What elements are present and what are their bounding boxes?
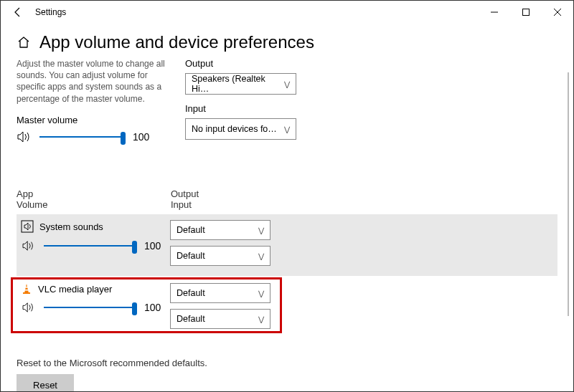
reset-description: Reset to the Microsoft recommended defau… (17, 358, 557, 368)
page-description: Adjust the master volume to change all s… (17, 58, 171, 105)
chevron-down-icon: ⋁ (258, 290, 264, 297)
master-volume-value: 100 (133, 131, 149, 143)
svg-rect-1 (523, 9, 530, 16)
app-output-dropdown[interactable]: Default ⋁ (170, 283, 270, 303)
reset-button[interactable]: Reset (17, 374, 74, 392)
app-row-system-sounds: System sounds 100 Default ⋁ (17, 214, 557, 276)
output-device-value: Speakers (Realtek Hi… (192, 74, 284, 94)
output-device-dropdown[interactable]: Speakers (Realtek Hi… ⋁ (185, 73, 296, 95)
output-label: Output (185, 58, 296, 69)
app-volume-slider[interactable] (44, 300, 137, 315)
speaker-icon[interactable] (21, 302, 37, 313)
chevron-down-icon: ⋁ (284, 125, 290, 133)
app-output-dropdown[interactable]: Default ⋁ (170, 220, 270, 240)
input-label: Input (185, 103, 296, 114)
app-input-dropdown[interactable]: Default ⋁ (170, 309, 270, 329)
svg-rect-6 (23, 292, 30, 294)
chevron-down-icon: ⋁ (258, 252, 264, 260)
column-header-app-volume: AppVolume (17, 188, 171, 210)
window-title: Settings (35, 7, 66, 17)
titlebar: Settings (1, 1, 573, 24)
app-name: System sounds (39, 221, 103, 232)
app-volume-value: 100 (144, 240, 161, 252)
scrollbar[interactable] (568, 72, 569, 316)
svg-marker-5 (24, 284, 29, 293)
input-device-dropdown[interactable]: No input devices fo… ⋁ (185, 118, 296, 140)
app-row-vlc: VLC media player 100 Default (17, 277, 557, 339)
chevron-down-icon: ⋁ (284, 80, 290, 88)
system-sounds-icon (21, 220, 34, 233)
column-header-output-input: OutputInput (171, 188, 199, 210)
svg-rect-4 (22, 221, 33, 232)
minimize-button[interactable] (479, 1, 510, 23)
app-volume-value: 100 (144, 302, 161, 313)
app-input-dropdown[interactable]: Default ⋁ (170, 246, 270, 266)
app-name: VLC media player (38, 284, 112, 295)
app-volume-slider[interactable] (44, 239, 137, 253)
back-button[interactable] (8, 2, 28, 22)
speaker-icon[interactable] (17, 130, 32, 143)
page-title: App volume and device preferences (39, 32, 314, 52)
svg-rect-8 (25, 290, 29, 291)
input-device-value: No input devices fo… (192, 124, 277, 134)
chevron-down-icon: ⋁ (258, 315, 264, 323)
chevron-down-icon: ⋁ (258, 226, 264, 234)
close-button[interactable] (542, 1, 573, 23)
svg-rect-7 (25, 287, 28, 288)
vlc-cone-icon (21, 283, 32, 295)
maximize-button[interactable] (510, 1, 542, 23)
home-icon (17, 35, 31, 49)
speaker-icon[interactable] (21, 240, 37, 252)
window-controls (479, 1, 573, 23)
master-volume-label: Master volume (17, 115, 171, 125)
master-volume-slider[interactable] (39, 130, 126, 144)
